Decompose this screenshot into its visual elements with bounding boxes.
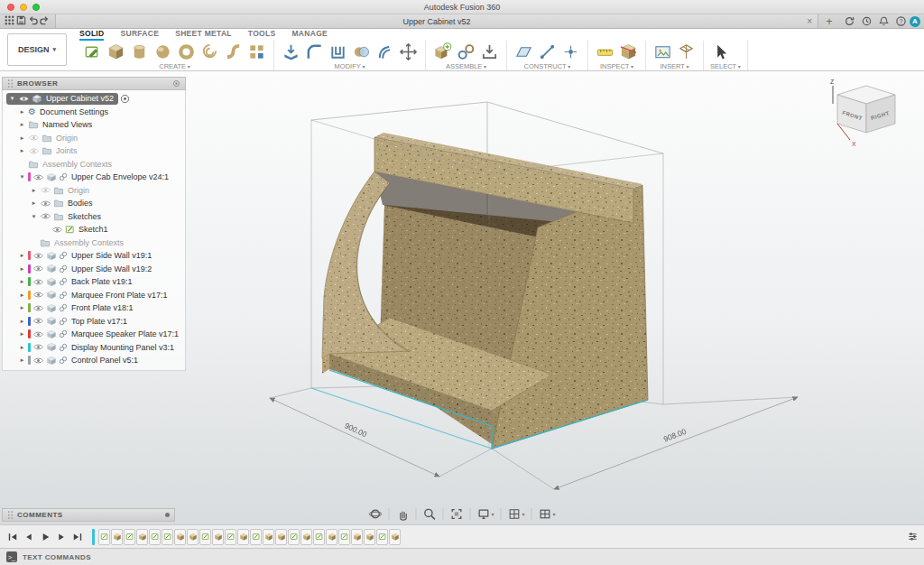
selected-root-item[interactable]: ▾Upper Cabinet v52 bbox=[6, 93, 118, 105]
browser-tree-row[interactable]: ▸Origin bbox=[3, 132, 185, 145]
user-avatar[interactable]: A bbox=[910, 16, 920, 27]
visibility-eye-icon[interactable] bbox=[32, 173, 44, 181]
activate-component-icon[interactable] bbox=[120, 94, 130, 104]
tool-insert-mesh-icon[interactable] bbox=[676, 42, 697, 62]
visibility-eye-icon[interactable] bbox=[32, 304, 44, 312]
view-cube[interactable]: Z FRONT RIGHT X bbox=[821, 77, 911, 151]
tool-sphere-icon[interactable] bbox=[152, 42, 173, 62]
browser-tree-row[interactable]: ▸⚙Document Settings bbox=[3, 106, 185, 119]
expander-right-icon[interactable]: ▸ bbox=[18, 147, 26, 154]
expander-right-icon[interactable]: ▸ bbox=[18, 108, 26, 116]
help-icon[interactable]: ? bbox=[895, 15, 907, 27]
tool-select-icon[interactable] bbox=[710, 42, 731, 62]
text-commands-icon[interactable]: >_ bbox=[6, 551, 17, 562]
viewport-icon[interactable]: ▾ bbox=[539, 507, 556, 521]
expander-right-icon[interactable]: ▸ bbox=[30, 199, 38, 207]
timeline-feature-sketch[interactable] bbox=[225, 529, 236, 545]
ribbon-tab-solid[interactable]: SOLID bbox=[79, 29, 104, 41]
expander-right-icon[interactable]: ▸ bbox=[18, 318, 26, 325]
tool-coil-icon[interactable] bbox=[199, 42, 220, 62]
timeline-feature-extrude[interactable] bbox=[300, 529, 312, 545]
cabinet-model[interactable] bbox=[322, 133, 648, 449]
expander-right-icon[interactable]: ▸ bbox=[18, 292, 26, 299]
expander-right-icon[interactable]: ▸ bbox=[18, 134, 26, 142]
expander-right-icon[interactable]: ▸ bbox=[18, 252, 26, 259]
timeline-feature-sketch[interactable] bbox=[98, 529, 110, 545]
timeline-feature-extrude[interactable] bbox=[389, 529, 401, 545]
tool-section-icon[interactable] bbox=[618, 42, 639, 62]
tool-fillet-icon[interactable] bbox=[304, 42, 325, 62]
browser-tree-row[interactable]: ▾Upper Cabinet v52 bbox=[3, 92, 185, 106]
fit-icon[interactable] bbox=[449, 507, 463, 521]
ribbon-group-label[interactable]: SELECT ▾ bbox=[710, 62, 741, 70]
play-button[interactable] bbox=[38, 530, 52, 544]
panel-grip-icon[interactable] bbox=[7, 79, 14, 88]
browser-tree-row[interactable]: ▸Marquee Front Plate v17:1 bbox=[3, 289, 185, 302]
visibility-eye-icon[interactable] bbox=[32, 278, 44, 286]
visibility-eye-icon[interactable] bbox=[28, 134, 40, 142]
tool-joint-icon[interactable] bbox=[456, 42, 476, 62]
browser-tree-row[interactable]: ▸Top Plate v17:1 bbox=[3, 315, 185, 329]
visibility-eye-icon[interactable] bbox=[32, 291, 44, 299]
visibility-eye-icon[interactable] bbox=[32, 330, 44, 338]
skip-start-button[interactable] bbox=[5, 530, 20, 544]
display-icon[interactable]: ▾ bbox=[476, 507, 494, 521]
expander-right-icon[interactable]: ▸ bbox=[18, 304, 26, 311]
browser-tree-row[interactable]: ▾Upper Cab Envelope v24:1 bbox=[3, 171, 185, 184]
timeline-feature-extrude[interactable] bbox=[237, 529, 249, 545]
browser-tree-row[interactable]: ▸Back Plate v19:1 bbox=[3, 275, 185, 289]
step-back-button[interactable] bbox=[22, 530, 36, 544]
browser-tree-row[interactable]: ▸Display Mounting Panel v3:1 bbox=[3, 341, 185, 355]
expander-right-icon[interactable]: ▸ bbox=[18, 344, 26, 351]
clock-icon[interactable] bbox=[861, 15, 873, 27]
tool-box-icon[interactable] bbox=[106, 42, 126, 62]
ribbon-group-label[interactable]: CONSTRUCT ▾ bbox=[513, 62, 581, 70]
timeline-feature-sketch[interactable] bbox=[149, 529, 161, 545]
tool-cylinder-icon[interactable] bbox=[129, 42, 150, 62]
timeline-feature-extrude[interactable] bbox=[326, 529, 337, 545]
expander-right-icon[interactable]: ▸ bbox=[18, 357, 26, 364]
tool-sketch-icon[interactable] bbox=[82, 42, 103, 62]
timeline-feature-sketch[interactable] bbox=[376, 529, 388, 545]
tool-axis-icon[interactable] bbox=[537, 42, 558, 62]
workspace-selector[interactable]: DESIGN ▾ bbox=[7, 33, 67, 66]
timeline-feature-sketch[interactable] bbox=[162, 529, 173, 545]
ribbon-tab-sheet-metal[interactable]: SHEET METAL bbox=[175, 29, 232, 41]
bell-icon[interactable] bbox=[878, 15, 890, 27]
undo-icon[interactable] bbox=[27, 14, 39, 26]
dimension-right-label[interactable]: 908.00 bbox=[662, 427, 688, 444]
timeline-feature-extrude[interactable] bbox=[263, 529, 274, 545]
redo-icon[interactable] bbox=[39, 14, 51, 26]
expander-right-icon[interactable]: ▸ bbox=[18, 330, 26, 338]
ribbon-tab-manage[interactable]: MANAGE bbox=[291, 29, 328, 41]
timeline-feature-sketch[interactable] bbox=[250, 529, 262, 545]
timeline-feature-extrude[interactable] bbox=[136, 529, 148, 545]
tool-pattern-icon[interactable] bbox=[246, 42, 267, 62]
browser-tree-row[interactable]: ▸Front Plate v18:1 bbox=[3, 301, 185, 315]
browser-tree-row[interactable]: ▸Named Views bbox=[3, 118, 185, 132]
save-icon[interactable] bbox=[15, 14, 27, 26]
visibility-eye-icon[interactable] bbox=[32, 357, 44, 365]
timeline-feature-extrude[interactable] bbox=[351, 529, 363, 545]
browser-tree-row[interactable]: ▸Origin bbox=[3, 184, 185, 198]
step-forward-button[interactable] bbox=[54, 530, 69, 544]
ribbon-group-label[interactable]: INSPECT ▾ bbox=[595, 62, 639, 70]
expander-right-icon[interactable]: ▸ bbox=[18, 265, 26, 273]
comments-panel[interactable]: COMMENTS bbox=[2, 508, 175, 522]
tool-press-pull-icon[interactable] bbox=[281, 42, 301, 62]
browser-tree-row[interactable]: ▸Joints bbox=[3, 144, 185, 158]
ribbon-tab-surface[interactable]: SURFACE bbox=[120, 29, 159, 41]
timeline-feature-sketch[interactable] bbox=[313, 529, 325, 545]
tool-offset-icon[interactable] bbox=[374, 42, 395, 62]
tool-plane-icon[interactable] bbox=[513, 42, 534, 62]
browser-tree-row[interactable]: ▸Marquee Speaker Plate v17:1 bbox=[3, 328, 185, 341]
visibility-eye-icon[interactable] bbox=[51, 226, 63, 234]
dimension-left-label[interactable]: 900.00 bbox=[343, 421, 368, 439]
browser-tree-row[interactable]: ▸Upper Side Wall v19:2 bbox=[3, 263, 185, 276]
timeline-position-marker[interactable] bbox=[92, 529, 95, 545]
visibility-eye-icon[interactable] bbox=[32, 264, 44, 273]
apps-grid-icon[interactable] bbox=[4, 14, 15, 26]
ribbon-group-label[interactable]: MODIFY ▾ bbox=[281, 62, 419, 70]
tool-point-icon[interactable] bbox=[560, 42, 581, 62]
tool-combine-icon[interactable] bbox=[351, 42, 372, 62]
